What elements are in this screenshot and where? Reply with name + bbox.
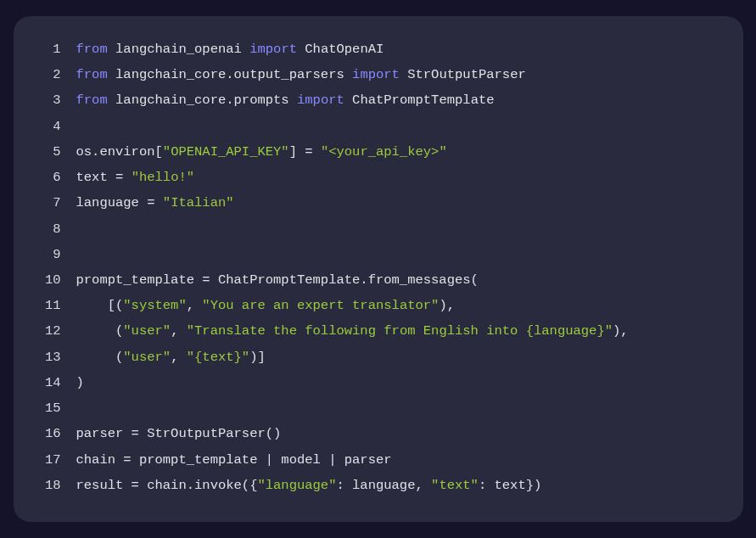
code-line: 17chain = prompt_template | model | pars…	[31, 447, 720, 473]
line-number: 6	[31, 165, 61, 190]
token-kw: from	[76, 67, 108, 82]
token-id: ,	[187, 298, 203, 313]
code-content: chain = prompt_template | model | parser	[76, 447, 392, 473]
token-id	[108, 67, 115, 82]
token-str: "{text}"	[187, 350, 249, 365]
token-id	[242, 42, 249, 57]
token-id: parser = StrOutputParser()	[76, 426, 282, 441]
code-line: 2from langchain_core.output_parsers impo…	[31, 62, 720, 87]
token-kw: from	[76, 92, 108, 108]
token-id: langchain_core.prompts	[115, 92, 289, 108]
token-id: StrOutputParser	[407, 67, 526, 82]
code-content: from langchain_core.prompts import ChatP…	[76, 87, 495, 113]
token-id	[108, 92, 115, 108]
token-id: ChatOpenAI	[305, 42, 384, 57]
token-id: [(	[76, 298, 124, 313]
token-id: ,	[171, 323, 187, 339]
line-number: 9	[31, 242, 61, 267]
token-id: ChatPromptTemplate	[352, 92, 494, 108]
token-id	[344, 92, 352, 108]
token-id	[289, 92, 297, 108]
code-line: 6text = "hello!"	[31, 165, 720, 190]
line-number: 11	[31, 293, 61, 318]
token-str: "user"	[123, 350, 171, 365]
line-number: 13	[31, 345, 61, 370]
code-line: 1from langchain_openai import ChatOpenAI	[31, 36, 720, 62]
line-number: 7	[31, 190, 61, 216]
token-id	[297, 42, 305, 57]
token-id	[344, 67, 352, 82]
code-content: [("system", "You are an expert translato…	[76, 293, 456, 318]
token-str: "system"	[123, 298, 186, 313]
code-line: 15	[31, 395, 720, 421]
token-id: prompt_template = ChatPromptTemplate.fro…	[76, 272, 479, 288]
code-block: 1from langchain_openai import ChatOpenAI…	[14, 16, 743, 522]
code-content: prompt_template = ChatPromptTemplate.fro…	[76, 267, 479, 293]
line-number: 16	[31, 421, 61, 446]
code-line: 16parser = StrOutputParser()	[31, 421, 720, 446]
token-kw: import	[297, 92, 344, 108]
token-id: (	[76, 350, 124, 365]
code-line: 11 [("system", "You are an expert transl…	[31, 293, 720, 318]
code-line: 12 ("user", "Translate the following fro…	[31, 318, 720, 344]
token-str: "text"	[431, 478, 479, 493]
token-kw: from	[76, 42, 108, 57]
token-str: "user"	[123, 323, 171, 339]
token-id: )]	[249, 350, 266, 365]
token-id: langchain_core.output_parsers	[115, 67, 344, 82]
line-number: 8	[31, 216, 61, 242]
code-line: 3from langchain_core.prompts import Chat…	[31, 87, 720, 113]
code-line: 14)	[31, 370, 720, 395]
token-str: "<your_api_key>"	[321, 144, 447, 160]
token-str: "Italian"	[163, 195, 234, 210]
line-number: 3	[31, 87, 61, 113]
code-content: result = chain.invoke({"language": langu…	[76, 473, 542, 498]
code-content: os.environ["OPENAI_API_KEY"] = "<your_ap…	[76, 139, 447, 165]
token-id: : text})	[479, 478, 541, 493]
token-id: ),	[613, 323, 629, 339]
token-str: "You are an expert translator"	[202, 298, 439, 313]
token-id	[400, 67, 407, 82]
code-line: 4	[31, 114, 720, 139]
token-id: )	[76, 375, 84, 390]
token-str: "language"	[257, 478, 336, 493]
token-id: langchain_openai	[115, 42, 242, 57]
line-number: 15	[31, 395, 61, 421]
code-line: 13 ("user", "{text}")]	[31, 345, 720, 370]
token-kw: import	[352, 67, 400, 82]
code-content: )	[76, 370, 84, 395]
code-content: text = "hello!"	[76, 165, 195, 190]
token-id: : language,	[336, 478, 431, 493]
line-number: 4	[31, 114, 61, 139]
code-content: language = "Italian"	[76, 190, 234, 216]
line-number: 18	[31, 473, 61, 498]
token-id: ),	[439, 298, 455, 313]
code-line: 18result = chain.invoke({"language": lan…	[31, 473, 720, 498]
line-number: 1	[31, 36, 61, 62]
line-number: 12	[31, 318, 61, 344]
line-number: 2	[31, 62, 61, 87]
token-id: chain = prompt_template | model | parser	[76, 452, 392, 468]
line-number: 5	[31, 139, 61, 165]
token-id: ,	[171, 350, 187, 365]
token-id: os.environ[	[76, 144, 163, 160]
token-str: "OPENAI_API_KEY"	[163, 144, 289, 160]
code-line: 9	[31, 242, 720, 267]
token-id: ] =	[289, 144, 321, 160]
token-id	[108, 42, 115, 57]
code-content: from langchain_core.output_parsers impor…	[76, 62, 526, 87]
code-line: 5os.environ["OPENAI_API_KEY"] = "<your_a…	[31, 139, 720, 165]
code-content: ("user", "{text}")]	[76, 345, 266, 370]
code-line: 8	[31, 216, 720, 242]
token-str: "hello!"	[132, 170, 194, 185]
token-str: "Translate the following from English in…	[187, 323, 613, 339]
code-line: 7language = "Italian"	[31, 190, 720, 216]
token-id: (	[76, 323, 124, 339]
token-id: language =	[76, 195, 163, 210]
token-id: result = chain.invoke({	[76, 478, 258, 493]
line-number: 10	[31, 267, 61, 293]
token-id: text =	[76, 170, 132, 185]
line-number: 14	[31, 370, 61, 395]
code-content: from langchain_openai import ChatOpenAI	[76, 36, 384, 62]
line-number: 17	[31, 447, 61, 473]
